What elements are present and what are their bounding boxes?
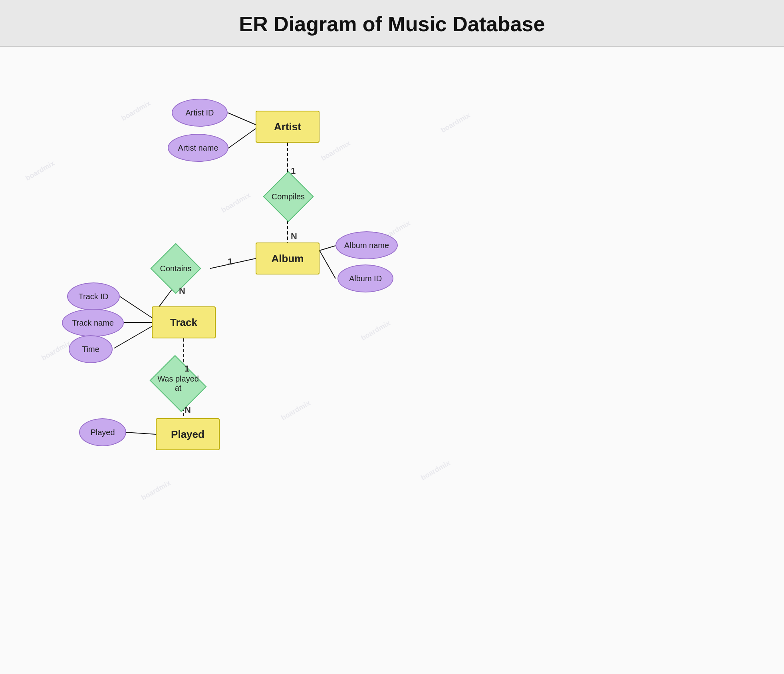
attr-track-id-label: Track ID xyxy=(79,292,109,301)
svg-line-1 xyxy=(228,129,256,149)
rel-contains-label: Contains xyxy=(160,264,192,273)
svg-line-4 xyxy=(320,246,335,251)
attr-track-name-label: Track name xyxy=(72,318,114,328)
watermark-2: boardmix xyxy=(120,99,152,123)
watermark-4: boardmix xyxy=(320,139,352,163)
attr-played-label: Played xyxy=(90,428,115,437)
cardinality-1-contains-album: 1 xyxy=(228,256,232,267)
rel-contains: Contains xyxy=(150,243,201,294)
svg-line-6 xyxy=(210,258,256,268)
page-title: ER Diagram of Music Database xyxy=(0,12,784,36)
watermark-3: boardmix xyxy=(220,191,252,215)
rel-compiles: Compiles xyxy=(263,171,314,222)
attr-album-name-label: Album name xyxy=(344,241,389,250)
watermark-1: boardmix xyxy=(24,159,56,183)
watermark-7: boardmix xyxy=(40,339,72,362)
watermark-10: boardmix xyxy=(359,319,392,342)
attr-track-name: Track name xyxy=(62,309,124,337)
attr-album-name: Album name xyxy=(335,231,398,259)
attr-album-id: Album ID xyxy=(337,264,393,292)
attr-time: Time xyxy=(69,335,113,363)
diagram-lines xyxy=(0,47,784,674)
svg-line-0 xyxy=(228,113,256,125)
attr-time-label: Time xyxy=(82,345,99,354)
svg-line-13 xyxy=(126,432,156,434)
entity-played: Played xyxy=(156,418,220,450)
watermark-11: boardmix xyxy=(419,459,452,482)
watermark-8: boardmix xyxy=(140,479,172,502)
attr-played: Played xyxy=(79,418,126,446)
cardinality-n-contains-track: N xyxy=(179,286,185,296)
rel-was-played-at-label: Was played at xyxy=(157,374,200,393)
watermark-6: boardmix xyxy=(439,111,472,135)
svg-line-8 xyxy=(120,296,152,318)
entity-album: Album xyxy=(256,243,320,274)
page-header: ER Diagram of Music Database xyxy=(0,0,784,47)
attr-track-id: Track ID xyxy=(67,282,120,310)
entity-track-label: Track xyxy=(170,316,197,329)
entity-artist: Artist xyxy=(256,111,320,143)
cardinality-n-compiles-album: N xyxy=(291,231,297,242)
entity-album-label: Album xyxy=(272,253,304,265)
attr-artist-name: Artist name xyxy=(168,134,228,162)
watermark-9: boardmix xyxy=(280,399,312,422)
attr-album-id-label: Album ID xyxy=(349,274,382,283)
attr-artist-name-label: Artist name xyxy=(178,143,218,153)
cardinality-1-track-wasplayedat: 1 xyxy=(185,364,189,374)
entity-track: Track xyxy=(152,306,216,338)
entity-played-label: Played xyxy=(171,428,204,441)
diagram-canvas: Artist Album Track Played Artist ID Arti… xyxy=(0,47,784,674)
entity-artist-label: Artist xyxy=(274,121,301,133)
cardinality-n-wasplayedat-played: N xyxy=(185,405,191,415)
rel-was-played-at: Was played at xyxy=(150,355,207,412)
svg-line-5 xyxy=(320,251,335,278)
attr-artist-id: Artist ID xyxy=(172,99,228,127)
cardinality-1-artist-compiles: 1 xyxy=(291,166,296,176)
attr-artist-id-label: Artist ID xyxy=(185,108,214,117)
rel-compiles-label: Compiles xyxy=(272,192,305,201)
